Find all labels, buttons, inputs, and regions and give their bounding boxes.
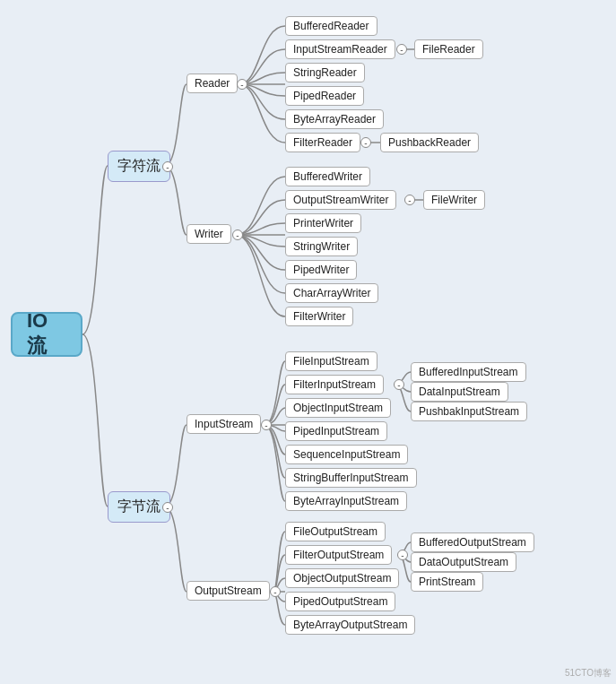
objectinputstream-node: ObjectInputStream (285, 398, 391, 418)
filterreader-node: FilterReader (285, 133, 360, 152)
pipedreader-node: PipedReader (285, 86, 364, 106)
charstream-collapse[interactable]: - (162, 161, 173, 172)
datainputstream-node: DataInputStream (411, 382, 508, 402)
inputstreamreader-collapse[interactable]: - (396, 44, 407, 55)
stringbufferinputstream-node: StringBufferInputStream (285, 468, 417, 488)
filteroutputstream-collapse[interactable]: - (397, 550, 408, 560)
filereader-node: FileReader (414, 39, 483, 59)
bufferedoutputstream-node: BufferedOutputStream (411, 532, 534, 552)
reader-collapse[interactable]: - (237, 79, 247, 90)
objectoutputstream-node: ObjectOutputStream (285, 568, 399, 588)
writer-node: Writer (187, 224, 231, 244)
bytearrayreader-node: ByteArrayReader (285, 109, 384, 129)
fileoutputstream-node: FileOutputStream (285, 522, 386, 541)
outputstreamwriter-collapse[interactable]: - (404, 195, 415, 205)
pushbakinputstream-node: PushbakInputStream (411, 402, 527, 421)
bufferedreader-node: BufferedReader (285, 16, 377, 36)
filterinputstream-collapse[interactable]: - (394, 379, 404, 390)
filterinputstream-node: FilterInputStream (285, 375, 384, 394)
filteroutputstream-node: FilterOutputStream (285, 545, 392, 565)
outputstream-node: OutputStream (187, 581, 270, 601)
pipedinputstream-node: PipedInputStream (285, 421, 387, 441)
inputstreamreader-node: InputStreamReader (285, 39, 395, 59)
dataoutputstream-node: DataOutputStream (411, 552, 516, 572)
sequenceinputstream-node: SequenceInputStream (285, 445, 408, 464)
filterwriter-node: FilterWriter (285, 307, 353, 326)
bufferedinputstream-node: BufferedInputStream (411, 362, 526, 382)
filterreader-collapse[interactable]: - (360, 137, 371, 148)
byte-stream-node: 字节流 (108, 491, 170, 523)
outputstream-collapse[interactable]: - (270, 586, 281, 597)
stringreader-node: StringReader (285, 63, 365, 82)
pipedwriter-node: PipedWriter (285, 260, 357, 280)
pipedoutputstream-node: PipedOutputStream (285, 592, 395, 611)
filewriter-node: FileWriter (423, 190, 485, 210)
outputstreamwriter-node: OutputStreamWriter (285, 190, 396, 210)
bytearrayinputstream-node: ByteArrayInputStream (285, 491, 407, 511)
writer-collapse[interactable]: - (232, 229, 243, 240)
inputstream-node: InputStream (187, 414, 261, 434)
char-stream-node: 字符流 (108, 151, 170, 182)
fileinputstream-node: FileInputStream (285, 351, 377, 371)
root-node: IO流 (11, 312, 82, 357)
watermark: 51CTO博客 (565, 667, 612, 680)
stringwriter-node: StringWriter (285, 237, 358, 256)
chararraywriter-node: CharArrayWriter (285, 283, 378, 303)
inputstream-collapse[interactable]: - (261, 420, 272, 430)
bytearrayoutputstream-node: ByteArrayOutputStream (285, 615, 415, 635)
printerwriter-node: PrinterWriter (285, 213, 361, 233)
bufferedwriter-node: BufferedWriter (285, 167, 370, 186)
bytestream-collapse[interactable]: - (162, 502, 173, 513)
pushbackreader-node: PushbackReader (380, 133, 479, 152)
reader-node: Reader (187, 74, 238, 93)
printstream-node: PrintStream (411, 572, 483, 592)
root-label: IO流 (27, 309, 66, 359)
